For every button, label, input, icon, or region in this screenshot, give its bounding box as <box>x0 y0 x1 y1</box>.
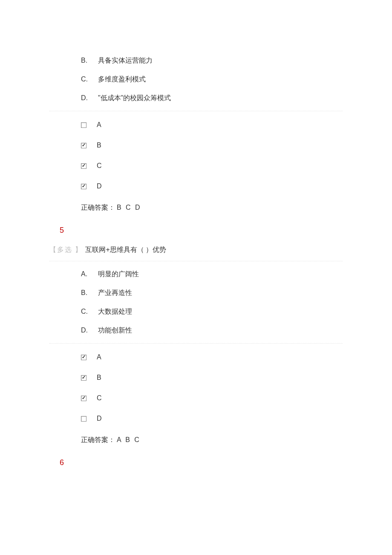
option-row: C. 大数据处理 <box>0 302 392 321</box>
checkbox-checked-icon[interactable] <box>81 163 86 169</box>
answer-row: D <box>0 408 392 429</box>
option-text: "低成本"的校园众筹模式 <box>98 93 171 103</box>
option-letter: B. <box>81 288 98 298</box>
checkbox-checked-icon[interactable] <box>81 396 86 401</box>
divider <box>49 261 343 261</box>
option-letter: B. <box>81 55 98 66</box>
correct-answer-value: A B C <box>117 435 141 445</box>
answer-letter: B <box>97 373 101 383</box>
checkbox-checked-icon[interactable] <box>81 375 86 381</box>
option-letter: D. <box>81 325 98 335</box>
option-letter: D. <box>81 93 98 103</box>
page: B. 具备实体运营能力 C. 多维度盈利模式 D. "低成本"的校园众筹模式 A… <box>0 0 392 555</box>
checkbox-unchecked-icon[interactable] <box>81 416 86 422</box>
divider <box>49 111 343 111</box>
answer-letter: A <box>97 352 101 362</box>
correct-answer-value: B C D <box>117 202 141 213</box>
question-number: 5 <box>0 219 392 242</box>
correct-answer-label: 正确答案： <box>81 435 115 445</box>
question-number: 6 <box>0 451 392 474</box>
checkbox-checked-icon[interactable] <box>81 143 86 148</box>
option-row: A. 明显的广阔性 <box>0 265 392 283</box>
correct-answer: 正确答案： A B C <box>0 429 392 451</box>
question-type-label: 【多选 】 <box>49 245 83 255</box>
option-letter: A. <box>81 269 98 279</box>
option-text: 多维度盈利模式 <box>98 74 146 84</box>
option-text: 明显的广阔性 <box>98 269 139 279</box>
answer-letter: C <box>97 393 102 403</box>
option-text: 功能创新性 <box>98 325 132 335</box>
correct-answer: 正确答案： B C D <box>0 197 392 219</box>
answer-letter: D <box>97 413 102 424</box>
option-letter: C. <box>81 74 98 84</box>
answer-letter: B <box>97 140 101 150</box>
answer-row: D <box>0 176 392 197</box>
answer-letter: D <box>97 181 102 191</box>
option-text: 大数据处理 <box>98 306 132 317</box>
question-stem: 【多选 】 互联网+思维具有（ ）优势 <box>0 242 392 257</box>
checkbox-unchecked-icon[interactable] <box>81 122 86 128</box>
answer-row: C <box>0 388 392 408</box>
answer-letter: A <box>97 120 101 130</box>
checkbox-checked-icon[interactable] <box>81 355 86 360</box>
option-row: D. 功能创新性 <box>0 321 392 340</box>
answer-row: C <box>0 156 392 176</box>
answer-letter: C <box>97 161 102 171</box>
answer-row: B <box>0 135 392 156</box>
option-letter: C. <box>81 306 98 317</box>
option-text: 具备实体运营能力 <box>98 55 153 66</box>
option-row: B. 产业再造性 <box>0 283 392 302</box>
answer-row: A <box>0 115 392 135</box>
divider <box>49 343 343 344</box>
answer-row: B <box>0 367 392 388</box>
checkbox-checked-icon[interactable] <box>81 184 86 189</box>
option-row: D. "低成本"的校园众筹模式 <box>0 89 392 107</box>
option-row: B. 具备实体运营能力 <box>0 51 392 70</box>
question-stem-text: 互联网+思维具有（ ）优势 <box>85 245 166 255</box>
answer-row: A <box>0 347 392 367</box>
option-text: 产业再造性 <box>98 288 132 298</box>
option-row: C. 多维度盈利模式 <box>0 70 392 89</box>
correct-answer-label: 正确答案： <box>81 202 115 213</box>
